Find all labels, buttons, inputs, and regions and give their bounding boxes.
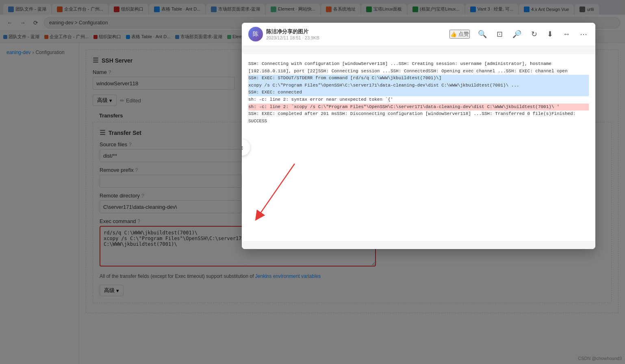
zoom-out-button[interactable]: 🔎 (511, 28, 523, 40)
rotate-button[interactable]: ↻ (530, 28, 539, 40)
zoom-fit-button[interactable]: ⊡ (495, 28, 504, 40)
download-button[interactable]: ⬇ (545, 28, 555, 40)
viewer-header: 陈 陈洁净分享的图片 2023/12/11 18:51 · 23.9KB 👍 点… (242, 23, 595, 46)
avatar-initials: 陈 (253, 30, 258, 38)
avatar: 陈 (248, 27, 263, 41)
user-name: 陈洁净分享的图片 (266, 28, 319, 35)
image-viewer: 陈 陈洁净分享的图片 2023/12/11 18:51 · 23.9KB 👍 点… (242, 23, 595, 249)
image-viewer-overlay: 陈 陈洁净分享的图片 2023/12/11 18:51 · 23.9KB 👍 点… (0, 0, 625, 364)
zoom-in-button[interactable]: 🔍 (476, 28, 488, 40)
terminal-log: SSH: Connecting with configuration [wind… (242, 54, 595, 241)
more-button[interactable]: ⋯ (578, 28, 589, 40)
viewer-user-info: 陈 陈洁净分享的图片 2023/12/11 18:51 · 23.9KB (248, 27, 319, 41)
viewer-action-buttons: 👍 点赞 🔍 ⊡ 🔎 ↻ ⬇ ↔ ⋯ (449, 28, 589, 40)
thumbs-up-icon: 👍 (450, 31, 457, 37)
user-details: 陈洁净分享的图片 2023/12/11 18:51 · 23.9KB (266, 28, 319, 40)
share-button[interactable]: ↔ (561, 28, 572, 40)
user-meta: 2023/12/11 18:51 · 23.9KB (266, 35, 319, 40)
viewer-body: ‹ SSH: Connecting with configuration [wi… (242, 46, 595, 249)
like-text: 点赞 (458, 30, 469, 38)
like-button[interactable]: 👍 点赞 (449, 30, 470, 39)
